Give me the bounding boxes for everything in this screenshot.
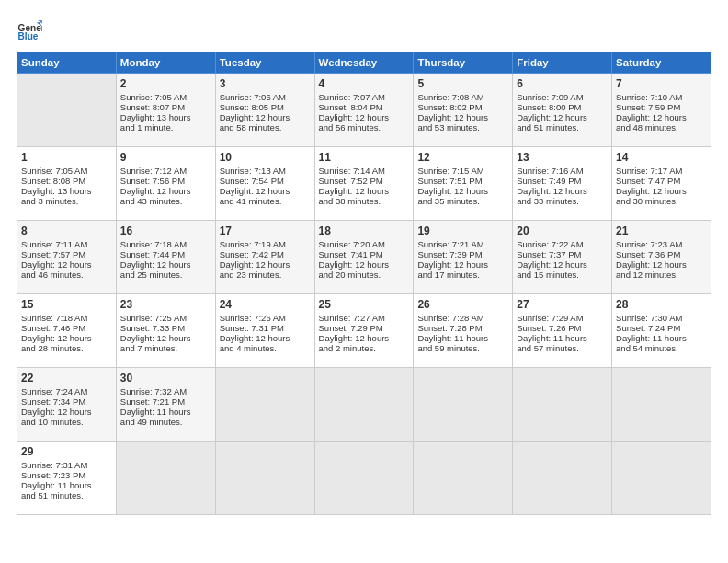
calendar-cell: 25Sunrise: 7:27 AMSunset: 7:29 PMDayligh… [314,294,414,368]
day-info-line: and 2 minutes. [319,343,410,353]
day-info-line: Sunset: 7:52 PM [319,176,410,186]
col-header-wednesday: Wednesday [314,52,414,74]
calendar-row-1: 1Sunrise: 7:05 AMSunset: 8:08 PMDaylight… [17,147,711,221]
day-info-line: Sunset: 8:00 PM [517,102,608,112]
calendar-cell: 3Sunrise: 7:06 AMSunset: 8:05 PMDaylight… [215,74,314,147]
day-info-line: Daylight: 12 hours [21,407,112,417]
day-info-line: Daylight: 11 hours [120,407,211,417]
day-info-line: Daylight: 12 hours [517,112,608,122]
header: General Blue [17,17,711,42]
day-info-line: Sunrise: 7:07 AM [319,92,410,102]
calendar-cell: 19Sunrise: 7:21 AMSunset: 7:39 PMDayligh… [414,221,513,294]
day-info-line: Daylight: 12 hours [220,259,311,270]
calendar-cell [314,368,414,442]
day-info-line: Sunset: 8:08 PM [21,176,112,186]
calendar-cell: 1Sunrise: 7:05 AMSunset: 8:08 PMDaylight… [17,147,117,221]
day-info-line: Sunset: 7:26 PM [517,323,608,333]
day-number: 11 [319,151,410,164]
day-info-line: and 10 minutes. [21,417,112,427]
calendar-cell [215,442,314,515]
day-info-line: Sunset: 7:21 PM [120,396,211,407]
day-info-line: Sunset: 7:36 PM [616,249,707,259]
day-info-line: Sunset: 7:39 PM [417,249,508,259]
col-header-sunday: Sunday [17,52,117,74]
day-info-line: Sunrise: 7:12 AM [120,166,211,176]
day-info-line: Sunset: 7:51 PM [417,176,508,186]
day-info-line: Daylight: 12 hours [417,259,508,270]
day-info-line: Sunrise: 7:28 AM [417,313,508,323]
day-info-line: Sunset: 8:07 PM [120,102,211,112]
day-info-line: Sunrise: 7:20 AM [319,239,410,249]
calendar-cell [513,442,612,515]
day-info-line: and 57 minutes. [517,343,608,353]
day-info-line: Sunset: 7:57 PM [21,249,112,259]
day-number: 2 [120,77,211,90]
day-info-line: Sunset: 7:29 PM [319,323,410,333]
calendar-cell: 13Sunrise: 7:16 AMSunset: 7:49 PMDayligh… [513,147,612,221]
calendar-cell [17,74,117,147]
day-info-line: Daylight: 12 hours [319,333,410,343]
day-info-line: Sunset: 7:31 PM [220,323,311,333]
day-info-line: Daylight: 11 hours [616,333,707,343]
calendar-row-3: 15Sunrise: 7:18 AMSunset: 7:46 PMDayligh… [17,294,711,368]
day-info-line: Sunrise: 7:17 AM [616,166,707,176]
day-info-line: Sunrise: 7:25 AM [120,313,211,323]
day-number: 19 [417,224,508,237]
day-number: 21 [616,224,707,237]
calendar-cell: 17Sunrise: 7:19 AMSunset: 7:42 PMDayligh… [215,221,314,294]
day-info-line: Sunrise: 7:05 AM [21,166,112,176]
day-info-line: and 48 minutes. [616,122,707,132]
calendar-cell: 11Sunrise: 7:14 AMSunset: 7:52 PMDayligh… [314,147,414,221]
day-number: 27 [517,298,608,311]
day-number: 15 [21,298,112,311]
day-number: 3 [220,77,311,90]
day-info-line: and 54 minutes. [616,343,707,353]
day-info-line: Daylight: 12 hours [616,112,707,122]
logo: General Blue [17,17,46,42]
day-info-line: Sunset: 7:44 PM [120,249,211,259]
day-number: 13 [517,151,608,164]
calendar-cell [314,442,414,515]
col-header-friday: Friday [513,52,612,74]
day-info-line: Sunrise: 7:06 AM [220,92,311,102]
day-info-line: and 59 minutes. [417,343,508,353]
day-info-line: Daylight: 13 hours [21,186,112,196]
day-number: 8 [21,224,112,237]
day-info-line: Sunrise: 7:05 AM [120,92,211,102]
day-number: 12 [417,151,508,164]
day-info-line: and 1 minute. [120,122,211,132]
calendar-cell: 18Sunrise: 7:20 AMSunset: 7:41 PMDayligh… [314,221,414,294]
calendar-cell: 20Sunrise: 7:22 AMSunset: 7:37 PMDayligh… [513,221,612,294]
day-number: 20 [517,224,608,237]
day-info-line: and 30 minutes. [616,196,707,206]
day-info-line: Sunset: 7:49 PM [517,176,608,186]
calendar-cell: 7Sunrise: 7:10 AMSunset: 7:59 PMDaylight… [612,74,711,147]
calendar-cell: 5Sunrise: 7:08 AMSunset: 8:02 PMDaylight… [414,74,513,147]
calendar-cell [116,442,215,515]
day-info-line: Sunrise: 7:14 AM [319,166,410,176]
calendar-cell: 21Sunrise: 7:23 AMSunset: 7:36 PMDayligh… [612,221,711,294]
day-info-line: and 49 minutes. [120,417,211,427]
col-header-thursday: Thursday [414,52,513,74]
day-info-line: and 46 minutes. [21,270,112,280]
day-number: 17 [220,224,311,237]
day-info-line: Sunrise: 7:08 AM [417,92,508,102]
day-info-line: Sunset: 7:24 PM [616,323,707,333]
calendar-cell: 22Sunrise: 7:24 AMSunset: 7:34 PMDayligh… [17,368,117,442]
day-number: 7 [616,77,707,90]
day-info-line: and 20 minutes. [319,270,410,280]
calendar-cell: 14Sunrise: 7:17 AMSunset: 7:47 PMDayligh… [612,147,711,221]
day-info-line: and 4 minutes. [220,343,311,353]
day-number: 14 [616,151,707,164]
calendar-row-4: 22Sunrise: 7:24 AMSunset: 7:34 PMDayligh… [17,368,711,442]
day-info-line: Sunrise: 7:16 AM [517,166,608,176]
day-info-line: Sunrise: 7:29 AM [517,313,608,323]
calendar-cell [215,368,314,442]
day-number: 10 [220,151,311,164]
calendar-cell: 2Sunrise: 7:05 AMSunset: 8:07 PMDaylight… [116,74,215,147]
day-number: 24 [220,298,311,311]
day-info-line: Daylight: 12 hours [120,333,211,343]
col-header-tuesday: Tuesday [215,52,314,74]
day-info-line: Daylight: 12 hours [319,112,410,122]
calendar-cell: 26Sunrise: 7:28 AMSunset: 7:28 PMDayligh… [414,294,513,368]
